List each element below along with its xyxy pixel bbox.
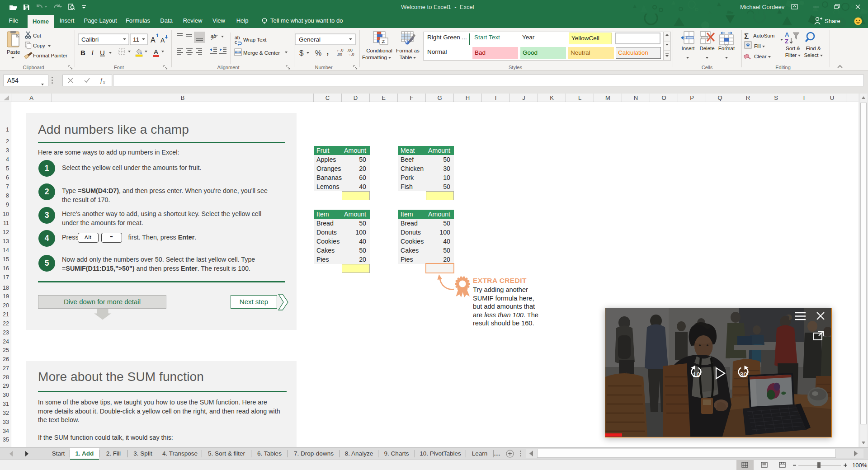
svg-text:100%: 100%: [852, 462, 868, 469]
svg-text:Share: Share: [825, 18, 840, 24]
svg-text:10: 10: [693, 371, 701, 378]
svg-text:Z: Z: [785, 38, 788, 45]
svg-text:x: x: [103, 80, 105, 85]
svg-text:A: A: [785, 31, 789, 38]
svg-text:30: 30: [740, 371, 748, 378]
svg-text:Σ: Σ: [744, 32, 749, 41]
